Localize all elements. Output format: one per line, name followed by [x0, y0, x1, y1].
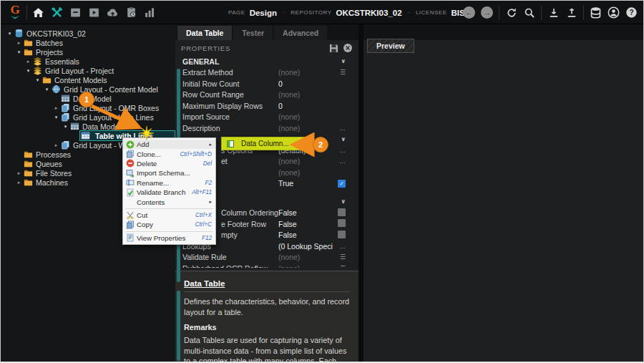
value-menu-icon[interactable]: ☰: [333, 265, 346, 268]
batch-review-icon[interactable]: [88, 6, 100, 19]
property-value[interactable]: (none): [278, 168, 333, 177]
property-row-row-count-range[interactable]: ▸Row Count Range(none): [175, 89, 351, 101]
checkbox-unchecked[interactable]: [338, 219, 346, 227]
menu-item-clone-[interactable]: Clone...Ctrl+Shift+D: [123, 149, 215, 158]
tab-preview[interactable]: Preview: [367, 39, 414, 53]
property-row-maximum-display-rows[interactable]: Maximum Display Rows0: [175, 100, 351, 112]
collapse-icon[interactable]: ▾: [24, 68, 33, 74]
menu-item-validate-branch[interactable]: Validate BranchAlt+F11: [123, 188, 215, 197]
stats-chart-icon[interactable]: [144, 6, 156, 19]
property-row-rubberband-ocr-reflow[interactable]: Rubberband OCR Reflow(none)☰: [175, 263, 351, 268]
database-icon[interactable]: [590, 6, 602, 19]
collapse-icon[interactable]: ▾: [61, 124, 70, 130]
export-icon[interactable]: [565, 6, 577, 19]
ellipsis-button[interactable]: …: [333, 158, 346, 165]
ellipsis-button[interactable]: …: [333, 125, 346, 132]
checkbox-cell[interactable]: [333, 208, 346, 218]
home-icon[interactable]: [32, 6, 44, 19]
design-tools-icon[interactable]: [51, 6, 63, 19]
property-row-extract-method[interactable]: Extract Method(none)☰: [175, 67, 351, 79]
expand-icon[interactable]: ▸: [24, 59, 33, 64]
collapse-icon[interactable]: ▾: [5, 31, 14, 37]
collapse-icon[interactable]: ▾: [33, 77, 42, 83]
menu-item-delete[interactable]: DeleteDel: [123, 159, 215, 168]
property-value[interactable]: False: [278, 220, 333, 228]
import-icon[interactable]: [547, 6, 560, 19]
chevron-down-icon[interactable]: ∨: [341, 198, 346, 205]
property-row-validate-rule[interactable]: Validate Rule(none)☰: [175, 252, 351, 263]
menu-item-rename-[interactable]: Rename...F2: [123, 178, 215, 188]
property-value[interactable]: True: [278, 179, 333, 188]
tab-data-table[interactable]: Data Table: [177, 26, 232, 40]
back-button[interactable]: ←: [463, 6, 475, 19]
checkbox-cell[interactable]: [333, 231, 346, 240]
property-value[interactable]: (none): [278, 68, 333, 77]
property-value[interactable]: (none): [278, 253, 333, 261]
search-icon[interactable]: [523, 6, 535, 19]
checkbox-checked[interactable]: ✓: [338, 180, 346, 188]
checkbox-cell[interactable]: ✓: [333, 180, 346, 188]
tree-item-essentials[interactable]: ▸Essentials: [1, 57, 175, 66]
tree-item-batches[interactable]: ▸Batches: [1, 38, 175, 47]
property-value[interactable]: 0: [278, 102, 333, 110]
tasks-clipboard-icon[interactable]: [125, 6, 137, 19]
cloud-upload-icon[interactable]: [107, 6, 119, 19]
grooper-logo-icon[interactable]: G: [6, 3, 24, 22]
collapse-icon[interactable]: ▾: [42, 87, 52, 92]
tree-item-content-models[interactable]: ▾Content Models: [1, 75, 175, 84]
section-header-general[interactable]: GENERAL∨: [175, 56, 351, 67]
property-value[interactable]: (none): [278, 90, 333, 99]
user-account-icon[interactable]: [608, 6, 620, 19]
tree-item-grid-layout-with-lines[interactable]: ▾Grid Layout - With Lines: [1, 112, 175, 122]
menu-item-view-properties[interactable]: View PropertiesF12: [123, 233, 215, 243]
property-row-import-source[interactable]: Import Source(none): [175, 112, 351, 123]
menu-item-import-schema-[interactable]: Import Schema...: [123, 168, 215, 178]
property-value[interactable]: (none): [278, 112, 333, 121]
menu-item-add[interactable]: Add▸: [123, 140, 215, 149]
close-icon[interactable]: [343, 43, 353, 53]
description-title-link[interactable]: Data Table: [184, 279, 350, 292]
expand-icon[interactable]: ▸: [14, 40, 24, 46]
tree-item-projects[interactable]: ▾Projects: [1, 47, 175, 57]
save-icon[interactable]: [329, 44, 338, 53]
property-value[interactable]: False: [278, 208, 333, 217]
checkbox-unchecked[interactable]: [338, 208, 346, 216]
tree-item-data-model[interactable]: Data Model: [1, 94, 175, 103]
value-menu-icon[interactable]: ☰: [333, 69, 346, 76]
tab-advanced[interactable]: Advanced: [274, 26, 327, 40]
refresh-icon[interactable]: [505, 6, 517, 19]
chevron-down-icon[interactable]: ∨: [341, 58, 346, 64]
forward-button[interactable]: →: [481, 6, 493, 19]
repository-value[interactable]: OKCSTRKI03_02: [336, 9, 402, 17]
submenu-item-data-column[interactable]: Data Column...: [222, 137, 313, 150]
chevron-down-icon[interactable]: ∨: [341, 136, 346, 142]
value-menu-icon[interactable]: ☰: [333, 253, 346, 261]
tab-tester[interactable]: Tester: [233, 26, 273, 40]
collapse-icon[interactable]: ▾: [52, 115, 61, 120]
tree-item-grid-layout-omr-boxes[interactable]: ▸Grid Layout - OMR Boxes: [1, 103, 175, 112]
expand-icon[interactable]: ▸: [52, 142, 61, 148]
ellipsis-button[interactable]: …: [333, 147, 346, 154]
help-icon[interactable]: ?: [625, 6, 638, 19]
property-value[interactable]: (none): [278, 124, 333, 132]
property-value[interactable]: False: [278, 231, 333, 239]
expand-icon[interactable]: ▸: [14, 170, 24, 176]
property-value[interactable]: (none): [278, 264, 333, 268]
menu-item-copy[interactable]: CopyCtrl+C: [123, 220, 215, 229]
property-row-initial-row-count[interactable]: Initial Row Count0: [175, 78, 351, 89]
checkbox-cell[interactable]: [333, 219, 346, 228]
panel-splitter[interactable]: [358, 24, 364, 362]
collapse-icon[interactable]: ▾: [14, 49, 24, 55]
tree-item-grid-layout-project[interactable]: ▾Grid Layout - Project: [1, 66, 175, 75]
description-scrollbar[interactable]: [177, 291, 180, 361]
batch-box-icon[interactable]: [69, 6, 82, 19]
page-value[interactable]: Design: [250, 9, 277, 17]
expand-icon[interactable]: ▸: [14, 180, 24, 185]
menu-item-cut[interactable]: CutCtrl+X: [123, 210, 215, 220]
expand-icon[interactable]: ▸: [52, 105, 61, 111]
checkbox-unchecked[interactable]: [338, 231, 346, 238]
tree-item-grid-layout-content-model[interactable]: ▾Grid Layout - Content Model: [1, 84, 175, 94]
property-row-description[interactable]: Description(none)…: [175, 122, 351, 134]
ellipsis-button[interactable]: …: [333, 243, 346, 250]
property-value[interactable]: (none): [278, 157, 333, 165]
